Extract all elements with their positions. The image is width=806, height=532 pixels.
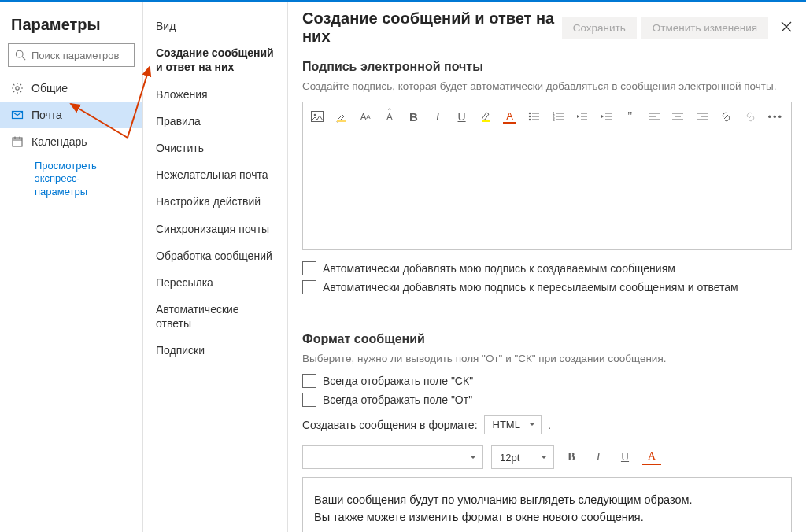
font-family-select[interactable]: [302, 445, 483, 469]
checkbox[interactable]: [302, 280, 316, 294]
checkbox-label: Автоматически добавлять мою подпись к со…: [323, 262, 675, 275]
underline-icon[interactable]: U: [455, 109, 468, 124]
unlink-icon[interactable]: [744, 109, 757, 124]
search-placeholder: Поиск параметров: [31, 50, 119, 61]
align-right-icon[interactable]: [696, 109, 709, 124]
calendar-icon: [11, 135, 24, 148]
subnav-item[interactable]: Нежелательная почта: [143, 161, 287, 188]
nav-label: Почта: [31, 109, 62, 121]
svg-point-16: [529, 119, 531, 120]
svg-point-2: [16, 87, 19, 90]
preview-line: Ваши сообщения будут по умолчанию выгляд…: [314, 493, 780, 506]
svg-rect-4: [13, 138, 22, 146]
italic-icon[interactable]: I: [589, 448, 608, 467]
checkbox-label: Всегда отображать поле "СК": [323, 375, 473, 387]
format-title: Формат сообщений: [302, 332, 792, 346]
italic-icon[interactable]: I: [431, 109, 445, 124]
subnav-item[interactable]: Синхронизация почты: [143, 216, 287, 242]
numbering-icon[interactable]: 123: [551, 109, 564, 124]
mail-icon: [11, 109, 24, 121]
search-input[interactable]: Поиск параметров: [8, 43, 135, 67]
subnav-item[interactable]: Подписки: [143, 337, 287, 364]
settings-title: Параметры: [0, 2, 142, 43]
insert-image-icon[interactable]: [311, 109, 324, 124]
page-title: Создание сообщений и ответ на них: [302, 9, 557, 46]
svg-rect-13: [482, 120, 490, 122]
subnav-item[interactable]: Настройка действий: [143, 188, 287, 215]
subnav-item[interactable]: Обработка сообщений: [143, 242, 287, 269]
svg-text:3: 3: [553, 117, 555, 121]
font-color-icon[interactable]: A: [642, 450, 661, 465]
svg-point-0: [16, 50, 23, 57]
font-size-icon[interactable]: A^: [383, 109, 397, 124]
nav-mail[interactable]: Почта: [0, 102, 142, 128]
outdent-icon[interactable]: [575, 109, 589, 124]
bullets-icon[interactable]: [527, 109, 541, 124]
highlight-icon[interactable]: [335, 109, 349, 124]
sub-nav: ВидСоздание сообщений и ответ на нихВлож…: [143, 2, 288, 532]
nav-general[interactable]: Общие: [0, 75, 142, 102]
editor-toolbar: AA A^ B I U A 123 " •••: [303, 102, 791, 131]
show-bcc-checkbox[interactable]: Всегда отображать поле "СК": [302, 374, 792, 388]
show-from-checkbox[interactable]: Всегда отображать поле "От": [302, 393, 792, 407]
font-color-icon[interactable]: A: [503, 110, 516, 124]
more-icon[interactable]: •••: [767, 109, 783, 124]
signature-desc: Создайте подпись, которая будет автомати…: [302, 80, 792, 92]
auto-sig-new-checkbox[interactable]: Автоматически добавлять мою подпись к со…: [302, 261, 792, 275]
subnav-item[interactable]: Пересылка: [143, 269, 287, 296]
preview-line: Вы также можете изменить формат в окне н…: [314, 511, 780, 523]
underline-icon[interactable]: U: [616, 448, 634, 467]
svg-point-15: [529, 116, 531, 117]
format-select[interactable]: HTML: [484, 415, 542, 434]
cancel-button[interactable]: Отменить изменения: [641, 17, 768, 39]
nav-label: Календарь: [31, 135, 87, 148]
svg-point-11: [314, 114, 316, 116]
format-desc: Выберите, нужно ли выводить поля "От" и …: [302, 353, 792, 364]
editor-textarea[interactable]: [303, 131, 791, 249]
font-family-icon[interactable]: AA: [359, 109, 372, 124]
align-left-icon[interactable]: [648, 109, 661, 124]
align-center-icon[interactable]: [671, 109, 685, 124]
signature-title: Подпись электронной почты: [302, 60, 792, 74]
svg-rect-12: [337, 120, 346, 122]
subnav-item[interactable]: Вложения: [143, 81, 287, 108]
subnav-item[interactable]: Автоматические ответы: [143, 296, 287, 337]
checkbox[interactable]: [302, 393, 316, 407]
signature-editor: AA A^ B I U A 123 " •••: [302, 102, 792, 250]
indent-icon[interactable]: [600, 109, 613, 124]
subnav-item[interactable]: Вид: [143, 13, 287, 39]
checkbox-label: Автоматически добавлять мою подпись к пе…: [323, 281, 738, 294]
bold-icon[interactable]: B: [562, 448, 581, 467]
nav-calendar[interactable]: Календарь: [0, 128, 142, 155]
font-size-select[interactable]: 12pt: [491, 445, 554, 469]
nav-label: Общие: [31, 82, 68, 94]
bold-icon[interactable]: B: [407, 109, 420, 124]
subnav-item[interactable]: Правила: [143, 108, 287, 135]
format-select-label: Создавать сообщения в формате:: [302, 419, 478, 431]
quote-icon[interactable]: ": [623, 109, 637, 124]
checkbox[interactable]: [302, 261, 316, 275]
close-icon: [781, 21, 792, 32]
highlight-color-icon[interactable]: [479, 109, 493, 124]
auto-sig-reply-checkbox[interactable]: Автоматически добавлять мою подпись к пе…: [302, 280, 792, 294]
nav-express-link[interactable]: Просмотреть экспресс-параметры: [0, 155, 142, 203]
svg-line-1: [22, 57, 25, 60]
subnav-item[interactable]: Очистить: [143, 135, 287, 161]
close-button[interactable]: [781, 21, 792, 35]
svg-point-14: [529, 113, 531, 114]
search-icon: [15, 50, 26, 61]
preview-box: Ваши сообщения будут по умолчанию выгляд…: [302, 477, 792, 532]
subnav-item[interactable]: Создание сообщений и ответ на них: [143, 39, 287, 80]
save-button[interactable]: Сохранить: [562, 17, 637, 39]
gear-icon: [11, 82, 24, 94]
checkbox[interactable]: [302, 374, 316, 388]
link-icon[interactable]: [719, 109, 733, 124]
checkbox-label: Всегда отображать поле "От": [323, 393, 472, 406]
